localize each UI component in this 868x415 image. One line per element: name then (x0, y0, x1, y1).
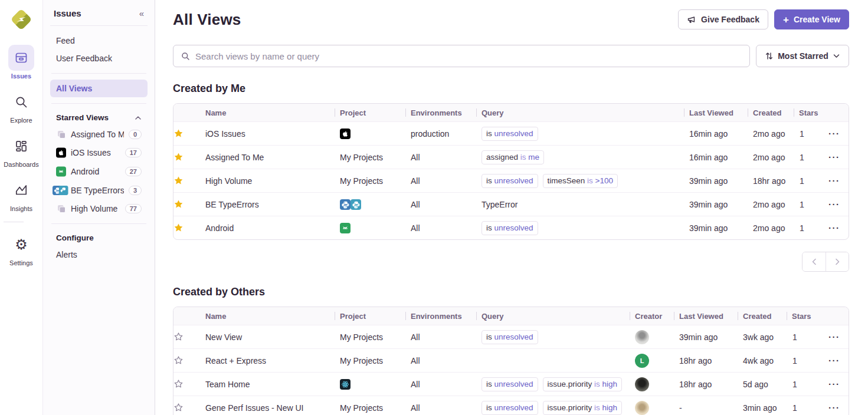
star-cell (173, 129, 205, 139)
next-page-button[interactable] (826, 252, 849, 271)
column-header-environments: Environments (405, 108, 476, 117)
query-cell: is unresolvedtimesSeen is >100 (476, 174, 684, 188)
more-actions-button[interactable]: ··· (828, 129, 840, 138)
star-cell (173, 199, 205, 209)
create-view-button[interactable]: + Create View (774, 9, 849, 29)
sidebar-item-alerts[interactable]: Alerts (50, 246, 148, 264)
last-viewed-cell: 16min ago (684, 129, 748, 139)
created-value: 18hr ago (753, 176, 785, 186)
view-name-link[interactable]: Team Home (205, 380, 250, 389)
query-token: is (486, 176, 492, 185)
starred-view-assigned-to-me[interactable]: Assigned To Me0 (50, 126, 148, 143)
star-filled-icon[interactable] (173, 129, 184, 139)
view-name-link[interactable]: BE TypeErrors (205, 200, 259, 209)
last-viewed-value: 16min ago (689, 129, 728, 139)
star-filled-icon[interactable] (173, 152, 184, 162)
more-actions-button[interactable]: ··· (828, 176, 840, 185)
table-row: AndroidAllis unresolved39min ago2mo ago1… (173, 216, 849, 239)
rail-item-settings[interactable]: ⚙Settings (4, 232, 38, 266)
column-header-query: Query (476, 108, 684, 117)
more-actions-button[interactable]: ··· (828, 223, 840, 232)
more-actions-button[interactable]: ··· (828, 200, 840, 209)
column-header-environments: Environments (405, 312, 476, 321)
view-name-link[interactable]: New View (205, 332, 242, 342)
column-header-project: Project (335, 312, 405, 321)
star-outline-icon[interactable] (173, 403, 184, 413)
query-token: is (486, 332, 492, 341)
last-viewed-value: - (679, 403, 682, 413)
more-actions-button[interactable]: ··· (828, 153, 840, 162)
insights-icon (8, 177, 34, 203)
sentry-logo[interactable] (9, 7, 34, 32)
starred-view-label: Assigned To Me (71, 130, 124, 139)
sort-dropdown[interactable]: Most Starred (756, 45, 849, 67)
prev-page-button[interactable] (803, 252, 826, 271)
star-filled-icon[interactable] (173, 223, 184, 233)
environments-cell: All (405, 200, 476, 209)
rail-item-insights[interactable]: Insights (4, 177, 38, 212)
query-token: unresolved (492, 380, 533, 388)
created-cell: 2mo ago (748, 200, 794, 209)
star-filled-icon[interactable] (173, 199, 184, 209)
give-feedback-button[interactable]: Give Feedback (678, 9, 768, 29)
star-outline-icon[interactable] (173, 332, 184, 342)
sidebar-item-user-feedback[interactable]: User Feedback (50, 50, 148, 67)
project-name: My Projects (340, 153, 383, 162)
issue-count-badge: 0 (129, 130, 142, 139)
environments-cell: All (405, 380, 476, 389)
query-chip: timesSeen is >100 (543, 174, 618, 188)
creator-avatar (635, 330, 649, 344)
rail-item-issues[interactable]: Issues (4, 45, 38, 80)
query-token: issue.priority (548, 380, 592, 388)
issues-icon (8, 45, 34, 71)
more-actions-button[interactable]: ··· (828, 332, 840, 341)
created-cell: 2mo ago (748, 129, 794, 139)
table-row: New ViewMy ProjectsAllis unresolved39min… (173, 325, 849, 348)
search-input[interactable] (195, 51, 742, 61)
created-cell: 2mo ago (748, 153, 794, 162)
created-value: 4wk ago (743, 356, 774, 365)
project-cell: My Projects (335, 356, 405, 365)
project-name: My Projects (340, 332, 383, 342)
more-actions-button[interactable]: ··· (828, 356, 840, 365)
table-header-row: NameProjectEnvironmentsQueryLast ViewedC… (173, 104, 849, 121)
starred-view-ios-issues[interactable]: iOS Issues17 (50, 143, 148, 162)
column-header-created: Created (748, 108, 794, 117)
rail-item-explore[interactable]: Explore (4, 89, 38, 124)
view-name-link[interactable]: Android (205, 223, 234, 233)
project-name: My Projects (340, 356, 383, 365)
table-header-row: NameProjectEnvironmentsQueryCreatorLast … (173, 307, 849, 325)
rail-item-label: Insights (10, 205, 32, 212)
more-actions-button[interactable]: ··· (828, 403, 840, 412)
collapse-sidebar-icon[interactable]: « (139, 8, 144, 18)
more-actions-button[interactable]: ··· (828, 380, 840, 388)
view-name-link[interactable]: Gene Perf Issues - New UI (205, 403, 304, 413)
query-chip: issue.priority is high (543, 401, 623, 415)
query-token: is (518, 153, 526, 162)
view-name-link[interactable]: Assigned To Me (205, 153, 264, 162)
starred-view-android[interactable]: Android27 (50, 162, 148, 181)
sidebar-item-all-views[interactable]: All Views (50, 80, 148, 97)
created-by-me-heading: Created by Me (173, 83, 849, 95)
view-name-link[interactable]: High Volume (205, 176, 252, 186)
android-project-icon (340, 223, 351, 233)
query-token: high (600, 380, 617, 388)
sidebar-item-feed[interactable]: Feed (50, 32, 148, 50)
star-cell (173, 379, 205, 389)
column-header-stars: Stars (787, 312, 823, 321)
starred-view-be-typeerrors[interactable]: BE TypeErrors3 (50, 181, 148, 200)
created-cell: 2mo ago (748, 223, 794, 233)
view-name-link[interactable]: React + Express (205, 356, 266, 365)
query-chip: assigned is me (482, 150, 544, 164)
issues-sidebar-panel: Issues « Feed User Feedback All Views St… (43, 0, 155, 415)
starred-view-high-volume[interactable]: High Volume77 (50, 200, 148, 218)
star-outline-icon[interactable] (173, 355, 184, 365)
rail-item-dashboards[interactable]: Dashboards (4, 133, 38, 168)
created-by-me-table: NameProjectEnvironmentsQueryLast ViewedC… (173, 103, 849, 240)
star-outline-icon[interactable] (173, 379, 184, 389)
view-name-link[interactable]: iOS Issues (205, 129, 245, 139)
star-filled-icon[interactable] (173, 176, 184, 186)
name-cell: Android (205, 223, 335, 233)
actions-cell: ··· (823, 176, 849, 186)
starred-views-header[interactable]: Starred Views (50, 110, 148, 126)
